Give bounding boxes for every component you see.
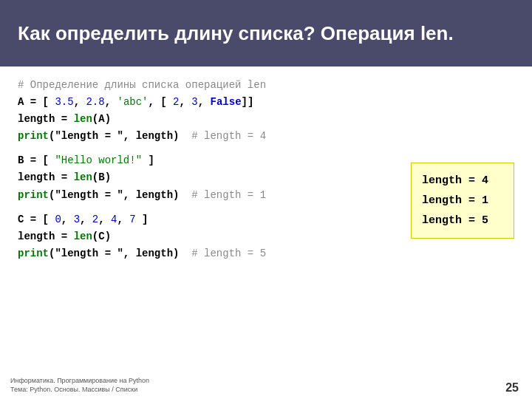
- page-number: 25: [505, 381, 519, 395]
- header-title: Как определить длину списка? Операция le…: [18, 21, 454, 46]
- slide-header: Как определить длину списка? Операция le…: [0, 0, 532, 66]
- footer-line2: Тема: Python. Основы. Массивы / Списки: [10, 385, 149, 395]
- footer-line1: Информатика. Программирование на Python: [10, 376, 149, 386]
- code-a-line2: length = len(A): [18, 111, 514, 128]
- code-a-line1: A = [ 3.5, 2.8, 'abc', [ 2, 3, False]]: [18, 94, 514, 111]
- code-a-line3: print("length = ", length) # length = 4: [18, 128, 514, 145]
- output-line1: length = 4: [422, 171, 500, 191]
- output-line3: length = 5: [422, 211, 500, 231]
- footer: Информатика. Программирование на Python …: [10, 376, 149, 395]
- comment-line: # Определение длины списка операцией len: [18, 77, 514, 94]
- main-content: # Определение длины списка операцией len…: [0, 66, 532, 262]
- output-box: length = 4 length = 1 length = 5: [411, 163, 514, 239]
- output-line2: length = 1: [422, 191, 500, 211]
- code-c-line3: print("length = ", length) # length = 5: [18, 245, 514, 262]
